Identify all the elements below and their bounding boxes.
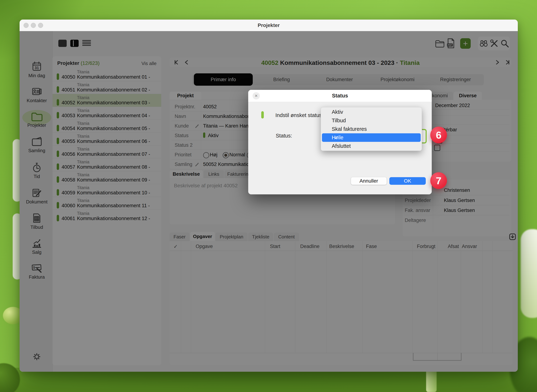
window-content: Structure PDF + <box>19 31 518 372</box>
white-blob-right <box>521 229 537 318</box>
status-dropdown-menu: Aktiv Tilbud Skal faktureres ✓ Hvile Afs… <box>321 107 422 151</box>
status-field-label: Status: <box>276 133 292 139</box>
menu-option-skal-faktureres[interactable]: Skal faktureres <box>322 125 421 133</box>
menu-option-aktiv[interactable]: Aktiv <box>322 108 421 116</box>
window-title: Projekter <box>19 23 518 28</box>
status-pill <box>261 111 264 118</box>
menu-option-afsluttet[interactable]: Afsluttet <box>322 142 421 150</box>
ok-button[interactable]: OK <box>389 177 426 185</box>
annotation-step-6: 6 <box>430 127 447 143</box>
annotation-step-7: 7 <box>430 172 447 189</box>
check-icon: ✓ <box>334 135 338 140</box>
table-leg <box>426 369 437 392</box>
status-dialog-title: Status <box>248 93 432 99</box>
menu-option-tilbud[interactable]: Tilbud <box>322 116 421 125</box>
dialog-instruction: Indstil ønsket status (s <box>276 112 328 118</box>
status-dialog-titlebar: × Status <box>248 90 432 102</box>
app-window: Projekter Structure <box>19 19 518 372</box>
cancel-button[interactable]: Annuller <box>351 177 387 185</box>
status-dialog: × Status Indstil ønsket status (s Status… <box>248 90 432 194</box>
desktop: Projekter Structure <box>0 0 537 392</box>
modal-dim-overlay <box>19 31 518 372</box>
window-titlebar[interactable]: Projekter <box>19 19 518 31</box>
menu-option-hvile-selected[interactable]: ✓ Hvile <box>322 133 421 142</box>
